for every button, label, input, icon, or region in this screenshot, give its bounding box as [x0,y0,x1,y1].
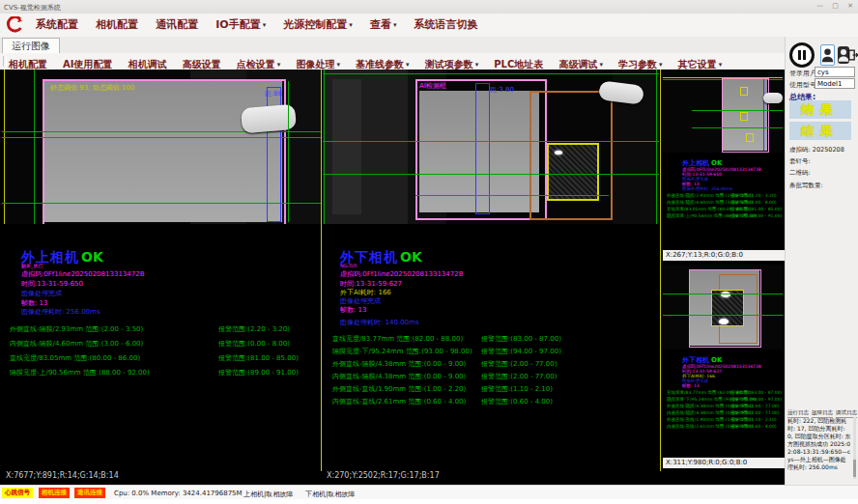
measurement-row: 直线宽度/83.77mm 范围:(82.00 - 88.00)报警范围:(83.… [332,334,657,344]
camera-image-lower[interactable]: AI检测框 距:3.80 [323,70,659,224]
marker-rect-yellow [746,133,754,142]
green-guide-line [656,70,657,224]
maximize-icon[interactable]: ▢ [832,2,839,10]
reflection-highlight [721,292,730,297]
minimize-icon[interactable]: — [816,2,823,10]
reflection-highlight [555,151,562,154]
measurement-row: 内侧直线-隔膜/4.38mm 范围:(0.00 - 9.00)报警范围:(2.0… [667,410,753,415]
log-text: 耗时: 222, 凹陷检测耗时: 17, 凹陷分离耗时: 0, 凹陷提取分区耗时… [787,417,851,471]
camera-link-indicator: 相机连接 [39,488,70,498]
measurement-row: 外侧直线-隔膜/2.93mm 范围:(2.00 - 3.50)报警范围:(2.2… [667,193,753,198]
frame-count: 帧数: 13 [682,383,700,388]
distance-annotation: 距:88 [265,89,282,98]
green-guide-line [692,127,783,128]
main-area: 静态阈值:93, 动态阈值:100 距:88 外上相机OK 触发_执行 虚拟码:… [0,70,785,485]
pause-button[interactable] [789,42,815,68]
green-guide-line [692,110,783,111]
ng-tag: NG:0/0 [340,263,357,268]
measurement-row: 隔膜宽度-上/90.56mm 范围:(88.00 - 92.00)报警范围:(8… [667,213,757,218]
pixel-coords-readout: X:311;Y:980;R:0;G:0;B:0 [663,458,785,468]
exit-button[interactable] [847,45,858,65]
toolbar-grip [3,56,7,67]
measurement-row: 直线宽度/83.05mm 范围:(80.00 - 86.00)报警范围:(81.… [667,207,751,211]
batch-count-field: 条批写数量: [789,182,823,190]
ai-box-label: AI检测框 [419,81,446,91]
comm-link-indicator: 通讯连接 [74,488,105,498]
log-scrollbar[interactable] [853,417,856,479]
process-done: 图像处理完成 [21,289,62,298]
lower-camera-status: 下相机|取相故障 [305,490,355,499]
chevron-down-icon: ▾ [719,61,723,69]
chevron-down-icon: ▾ [406,61,410,69]
model-input[interactable] [815,78,855,89]
tab-row: 运行图像 [0,37,785,54]
chevron-down-icon: ▾ [659,61,663,69]
mini-image-upper[interactable] [663,71,783,153]
green-guide-line [323,174,659,175]
machine-band [332,79,361,214]
menu-bar: 系统配置 相机配置 通讯配置 IO手配置▾ 光源控制配置▾ 查看▾ 系统语言切换 [0,14,858,38]
measurement-row: 外侧直线-直线/1.90mm 范围:(1.00 - 2.20)报警范围:(1.1… [332,384,657,394]
mini-view-upper: 外上相机OK 虚拟码:0Ff1line2025020813313472B 时间:… [661,70,785,263]
process-elapsed: 图像处理耗时: 256.00ms [682,186,732,191]
menu-camera-config[interactable]: 相机配置 [96,14,138,37]
right-panel: 登录用户: 使用型号: 总结果: 结果 结果 虚拟码: 20250208 套针号… [785,37,858,485]
needle-set-field: 套针号: [789,157,811,166]
green-guide-line [324,70,325,224]
marker-rect-yellow [740,112,748,121]
menu-light-config[interactable]: 光源控制配置▾ [283,14,353,37]
measurement-row: 外侧直线-隔膜/4.38mm 范围:(0.00 - 9.00)报警范围:(2.0… [332,359,657,369]
process-elapsed: 图像处理耗时: 140.00ms [340,318,419,327]
menu-io-config[interactable]: IO手配置▾ [215,14,266,37]
status-bar: 心跳信号 相机连接 通讯连接 Cpu: 0.0% Memory: 3424.41… [0,485,858,499]
scrollbar-thumb[interactable] [853,460,856,477]
virtual-code: 虚拟码:0Ff1line2025020813313472B [340,269,463,279]
chevron-down-icon: ▾ [336,61,340,69]
menu-comm-config[interactable]: 通讯配置 [156,14,198,37]
upper-camera-status: 上相机|取相故障 [243,490,293,499]
ok-status: OK [81,249,103,265]
pixel-coords-readout: X:267;Y:13;R:0;G:0;B:0 [663,250,785,261]
menu-view[interactable]: 查看▾ [370,14,397,37]
exit-door-icon [847,45,858,65]
tab-run-image[interactable]: 运行图像 [2,38,60,54]
distance-annotation: 距:3.80 [490,85,514,95]
qr-code-field: 二维码: [789,169,811,178]
frame-count: 帧数: 13 [340,305,367,315]
trigger-tag: 触发_执行 [21,263,43,268]
chevron-down-icon: ▾ [349,21,353,29]
chevron-down-icon: ▾ [599,61,603,69]
camera-view-lower: AI检测框 距:3.80 外下相机OK NG:0/0 虚拟码:0Ff1line2… [323,70,659,485]
pixel-coords-readout: X:270;Y:2502;R:17;G:17;B:17 [327,471,440,480]
mini-image-lower[interactable] [663,265,783,350]
measurement-row: 内侧直线-直线/2.61mm 范围:(0.60 - 4.00)报警范围:(0.6… [332,397,657,406]
pause-icon [798,50,801,60]
menu-items: 系统配置 相机配置 通讯配置 IO手配置▾ 光源控制配置▾ 查看▾ 系统语言切换 [23,14,478,37]
measurement-row: 内侧直线-直线/2.61mm 范围:(0.60 - 4.00)报警范围:(0.6… [667,424,753,429]
virtual-code-field: 虚拟码: 20250208 [789,146,844,154]
capture-time: 时间:13-31-59-650 [21,279,83,289]
measurement-row: 隔膜宽度-下/95.24mm 范围:(93.00 - 98.00)报警范围:(9… [667,397,757,402]
green-guide-line [415,195,609,196]
green-guide-line [663,294,783,294]
blue-guide-line [763,79,764,151]
result-box-1: 结果 [789,100,851,119]
measurement-row: 隔膜宽度-下/95.24mm 范围:(93.00 - 98.00)报警范围:(9… [332,347,657,356]
menu-language-switch[interactable]: 系统语言切换 [415,14,478,37]
measurement-row: 内侧直线-隔膜/4.60mm 范围:(3.00 - 6.00)报警范围:(0.0… [667,200,753,205]
menu-system-config[interactable]: 系统配置 [36,14,78,37]
toolbar: 相机配置 AI使用配置 相机调试 高级设置 点检设置▾ 图像处理▾ 基准线参数▾… [0,53,785,70]
measurement-row: 外侧直线-直线/1.90mm 范围:(1.00 - 2.20)报警范围:(1.1… [667,417,753,422]
ok-status: OK [400,249,422,265]
virtual-code: 虚拟码:0Ff1line2025020813313472B [21,269,144,279]
mini-view-lower: 外下相机OK 虚拟码:0Ff1line2025020813313472B 时间:… [661,263,785,470]
cpu-memory-readout: Cpu: 0.0% Memory: 3424.41796875M [114,490,243,497]
threshold-annotation: 静态阈值:93, 动态阈值:100 [50,83,134,93]
user-button-active[interactable] [820,44,835,66]
reflection-highlight [719,319,729,324]
measurement-row: 直线宽度/83.05mm 范围:(80.00 - 86.00)报警范围:(81.… [10,353,319,363]
camera-image-upper[interactable]: 静态阈值:93, 动态阈值:100 距:88 [2,70,321,224]
close-icon[interactable]: ✕ [847,2,853,10]
process-elapsed: 图像处理耗时: 256.00ms [21,307,100,317]
login-user-input[interactable] [815,67,855,77]
